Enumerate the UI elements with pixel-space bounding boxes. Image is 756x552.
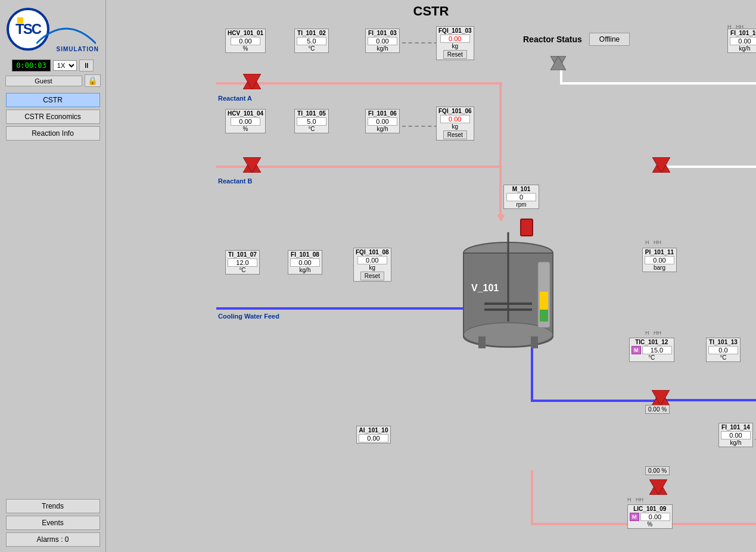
inst-TI101-07: TI_101_07 12.0 °C <box>225 250 260 275</box>
vent-mid-pipe <box>663 166 756 168</box>
inst-FI101-16: FI_101_16 0.00 kg/h <box>727 29 756 53</box>
valve-vent-top[interactable] <box>550 56 566 71</box>
reactant-a-label: Reactant A <box>218 95 252 102</box>
vent-top-pipe <box>560 82 756 85</box>
svg-rect-20 <box>540 310 548 322</box>
cw-feed-pipe <box>216 307 466 310</box>
svg-rect-25 <box>531 336 538 348</box>
reactant-b-label: Reactant B <box>218 177 252 185</box>
svg-rect-2 <box>250 79 254 85</box>
valve-vent-mid[interactable] <box>652 157 670 174</box>
sidebar: TSC SIMULATION 0:00:03 1X2X5X ⏸ Guest 🔒 … <box>0 0 106 552</box>
events-button[interactable]: Events <box>6 516 100 530</box>
user-display: Guest <box>5 76 82 86</box>
pause-button[interactable]: ⏸ <box>79 60 94 71</box>
cw-feed-label: Cooling Water Feed <box>218 313 279 320</box>
reactor-status-button[interactable]: Offline <box>589 33 630 46</box>
cw-return-pipe <box>661 399 756 401</box>
timer-display: 0:00:03 <box>12 60 51 71</box>
main-area: CSTR Reactor Status Offline H HH H HH H … <box>106 0 756 552</box>
reset-FQI101-03[interactable]: Reset <box>443 50 467 59</box>
h-hh-label-1: H HH <box>645 239 661 245</box>
reset-FQI101-08[interactable]: Reset <box>360 272 384 280</box>
valve-product[interactable] <box>649 479 667 496</box>
dashed-pipe-06 <box>402 126 438 127</box>
svg-rect-19 <box>540 292 548 310</box>
inst-HCV101-04: HCV_101_04 0.00 % <box>225 109 266 133</box>
valve-reactant-b[interactable] <box>243 157 261 174</box>
reactor-status-label: Reactor Status <box>523 35 582 44</box>
cw-return-v <box>531 345 533 402</box>
inst-TI101-05: TI_101_05 5.0 °C <box>294 109 329 133</box>
vessel-V101: V_101 <box>461 232 556 345</box>
inst-PI101-11: PI_101_11 0.00 barg <box>642 248 677 272</box>
m-badge-lic09: M <box>630 513 639 521</box>
reactor-status-area: Reactor Status Offline <box>523 33 630 46</box>
user-row: Guest 🔒 <box>5 74 101 87</box>
svg-rect-24 <box>478 336 486 348</box>
inst-TI101-13: TI_101_13 0.0 °C <box>706 338 741 362</box>
nav-reaction-info[interactable]: Reaction Info <box>6 126 100 141</box>
speed-selector[interactable]: 1X2X5X <box>53 60 77 71</box>
inst-HCV101-01: HCV_101_01 0.00 % <box>225 29 266 53</box>
nav-cstr[interactable]: CSTR <box>6 93 100 107</box>
inst-FQI101-06: FQI_101_06 0.00 kg Reset <box>436 107 474 141</box>
logo-area: TSC SIMULATION <box>5 3 101 57</box>
arrow-reactant-b-down <box>497 216 505 222</box>
inst-FQI101-03: FQI_101_03 0.00 kg Reset <box>436 26 474 60</box>
lock-button[interactable]: 🔒 <box>85 74 101 87</box>
valve-pct-product: 0.00 % <box>645 466 670 475</box>
h-hh-label-3: H HH <box>627 497 643 503</box>
m-badge-tic12: M <box>631 346 641 354</box>
inst-LIC101-09: LIC_101_09 M 0.00 % <box>627 504 673 529</box>
inst-FQI101-08: FQI_101_08 0.00 kg Reset <box>353 248 391 282</box>
h-hh-label-2: H HH <box>645 330 661 336</box>
inst-FI101-06: FI_101_06 0.00 kg/h <box>365 109 400 133</box>
inst-TI101-02: TI_101_02 5.0 °C <box>294 29 329 53</box>
logo-simulation-text: SIMULATION <box>57 46 99 52</box>
timer-row: 0:00:03 1X2X5X ⏸ <box>12 60 94 71</box>
trends-button[interactable]: Trends <box>6 499 100 513</box>
reset-FQI101-06[interactable]: Reset <box>443 130 467 139</box>
page-title: CSTR <box>106 0 756 20</box>
inst-FI101-08: FI_101_08 0.00 kg/h <box>288 250 322 275</box>
reactant-b-pipe-v <box>499 166 502 220</box>
valve-reactant-a[interactable] <box>243 74 261 91</box>
alarms-display: Alarms : 0 <box>6 532 100 547</box>
inst-AI101-10: AI_101_10 0.00 <box>356 426 391 444</box>
inst-M101: M_101 0 rpm <box>503 185 539 209</box>
dashed-pipe-03 <box>402 42 438 43</box>
logo-arc <box>36 20 96 49</box>
nav-cstr-economics[interactable]: CSTR Economics <box>6 110 100 124</box>
valve-cw-return[interactable] <box>652 390 670 407</box>
inst-FI101-14: FI_101_14 0.00 kg/h <box>718 423 753 447</box>
cw-return-h <box>531 400 663 402</box>
svg-rect-5 <box>250 162 254 168</box>
valve-pct-cw-return: 0.00 % <box>645 405 670 414</box>
inst-TIC101-12: TIC_101_12 M 15.0 °C <box>629 338 674 362</box>
inst-FI101-03: FI_101_03 0.00 kg/h <box>365 29 400 53</box>
vessel-label: V_101 <box>471 283 499 294</box>
product-pipe-v <box>531 470 533 524</box>
